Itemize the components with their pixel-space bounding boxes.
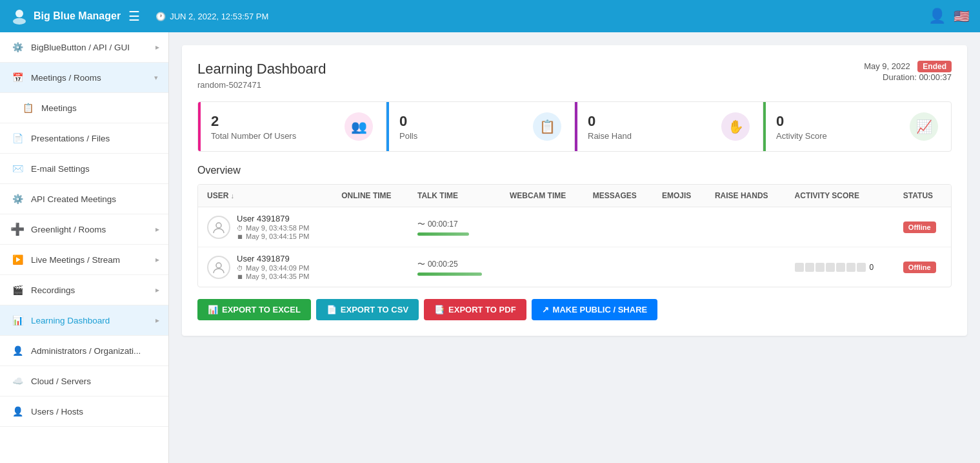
calendar-icon: 📅: [10, 70, 25, 85]
sidebar: ⚙️ BigBlueButton / API / GUI 📅 Meetings …: [0, 32, 169, 463]
sidebar-label-recordings: Recordings: [31, 285, 158, 295]
sidebar-label-api-meetings: API Created Meetings: [31, 194, 158, 204]
talk-time-2: 〜 00:00:25: [408, 247, 501, 287]
stat-polls: 0 Polls 📋: [386, 102, 575, 151]
datetime-text: JUN 2, 2022, 12:53:57 PM: [170, 12, 268, 21]
sidebar-item-presentations[interactable]: 📄 Presentations / Files: [0, 123, 168, 154]
stat-users-label: Total Number Of Users: [211, 131, 296, 141]
sidebar-label-greenlight: Greenlight / Rooms: [31, 225, 158, 234]
user-cell-1: User 4391879 ⏱ May 9, 03:43:58 PM ⏹ May …: [198, 207, 332, 247]
user-name-1: User 4391879: [237, 214, 309, 223]
hamburger-icon[interactable]: ☰: [128, 8, 140, 24]
dot: [846, 263, 855, 272]
svg-point-1: [13, 18, 26, 25]
svg-point-3: [216, 263, 221, 268]
share-icon: ↗: [542, 305, 549, 314]
email-icon: ✉️: [10, 161, 25, 176]
table-row: User 4391879 ⏱ May 9, 03:43:58 PM ⏹ May …: [198, 207, 951, 247]
sidebar-item-greenlight[interactable]: ➕ Greenlight / Rooms: [0, 214, 168, 245]
raise-hands-2: [706, 247, 786, 287]
col-user[interactable]: USER: [198, 185, 332, 207]
stat-users: 2 Total Number Of Users 👥: [198, 102, 386, 151]
polls-stat-icon: 📋: [533, 112, 561, 141]
leave-icon-2: ⏹: [237, 273, 243, 280]
svg-point-2: [216, 223, 221, 228]
admin-icon: 👤: [10, 344, 25, 358]
dot: [826, 263, 835, 272]
cloud-icon: ☁️: [10, 374, 25, 388]
user-join-1: ⏱ May 9, 03:43:58 PM: [237, 224, 309, 232]
brand-icon: [10, 7, 28, 25]
sidebar-label-meetings: Meetings: [41, 103, 158, 113]
talk-progress-1: [417, 232, 469, 236]
excel-icon: 📊: [208, 305, 218, 314]
navbar: Big Blue Manager ☰ 🕐 JUN 2, 2022, 12:53:…: [0, 0, 980, 32]
play-icon: ▶️: [10, 252, 25, 267]
stat-activity-score-number: 0: [776, 113, 827, 130]
activity-dots-2: 0: [795, 263, 885, 272]
plus-icon: ➕: [10, 222, 25, 236]
col-talk-time: TALK TIME: [408, 185, 501, 207]
svg-point-0: [15, 10, 23, 17]
table-row: User 4391879 ⏱ May 9, 03:44:09 PM ⏹ May …: [198, 247, 951, 287]
sidebar-item-email[interactable]: ✉️ E-mail Settings: [0, 154, 168, 184]
clock-icon: 🕐: [155, 12, 166, 21]
raise-hand-stat-icon: ✋: [721, 112, 750, 141]
sidebar-item-cloud-servers[interactable]: ☁️ Cloud / Servers: [0, 366, 168, 396]
offline-badge-2: Offline: [903, 262, 936, 273]
col-messages: MESSAGES: [584, 185, 653, 207]
join-icon-1: ⏱: [237, 225, 243, 232]
make-public-share-button[interactable]: ↗ MAKE PUBLIC / SHARE: [532, 299, 658, 320]
sidebar-item-recordings[interactable]: 🎬 Recordings: [0, 275, 168, 305]
sidebar-item-bigbluebutton[interactable]: ⚙️ BigBlueButton / API / GUI: [0, 32, 168, 63]
webcam-time-1: [501, 207, 584, 247]
emojis-1: [653, 207, 706, 247]
dot: [815, 263, 825, 272]
dashboard-title: Learning Dashboard: [197, 61, 326, 77]
messages-1: [584, 207, 653, 247]
overview-title: Overview: [197, 165, 952, 176]
activity-score-1: [786, 207, 894, 247]
user-cell-2: User 4391879 ⏱ May 9, 03:44:09 PM ⏹ May …: [198, 247, 332, 287]
flag-icon[interactable]: 🇺🇸: [954, 8, 970, 24]
stat-users-number: 2: [211, 113, 296, 130]
export-pdf-button[interactable]: 📑 EXPORT TO PDF: [424, 299, 526, 320]
talk-time-1: 〜 00:00:17: [408, 207, 501, 247]
wave-icon-1: 〜: [417, 219, 425, 230]
sidebar-item-live-meetings[interactable]: ▶️ Live Meetings / Stream: [0, 245, 168, 275]
user-icon[interactable]: 👤: [928, 8, 946, 25]
stat-activity-score-label: Activity Score: [776, 131, 827, 141]
dashboard-date: May 9, 2022: [864, 61, 910, 71]
stat-raise-hand-number: 0: [588, 113, 632, 130]
duration-value: 00:00:37: [919, 72, 952, 82]
stat-polls-label: Polls: [399, 131, 417, 141]
sidebar-item-api-meetings[interactable]: ⚙️ API Created Meetings: [0, 184, 168, 214]
sidebar-label-meetings-rooms: Meetings / Rooms: [31, 73, 154, 83]
sidebar-item-meetings-rooms[interactable]: 📅 Meetings / Rooms ▾: [0, 63, 168, 93]
sidebar-label-learning-dashboard: Learning Dashboard: [31, 316, 158, 325]
sidebar-item-meetings[interactable]: 📋 Meetings: [0, 93, 168, 123]
export-excel-button[interactable]: 📊 EXPORT TO EXCEL: [197, 299, 311, 320]
dot: [805, 263, 814, 272]
sidebar-label-administrators: Administrators / Organizati...: [31, 346, 158, 356]
dot: [836, 263, 845, 272]
sidebar-item-learning-dashboard[interactable]: 📊 Learning Dashboard: [0, 305, 168, 336]
raise-hands-1: [706, 207, 786, 247]
activity-score-2: 0: [786, 247, 894, 287]
sidebar-item-users-hosts[interactable]: 👤 Users / Hosts: [0, 396, 168, 427]
duration-label: Duration:: [883, 72, 917, 82]
dashboard-header: Learning Dashboard random-5027471 May 9,…: [197, 61, 952, 90]
col-online-time: ONLINE TIME: [332, 185, 408, 207]
offline-badge-1: Offline: [903, 221, 936, 233]
sidebar-label-email: E-mail Settings: [31, 164, 158, 174]
record-icon: 🎬: [10, 283, 25, 297]
status-1: Offline: [894, 207, 951, 247]
export-csv-button[interactable]: 📄 EXPORT TO CSV: [316, 299, 419, 320]
sidebar-item-administrators[interactable]: 👤 Administrators / Organizati...: [0, 336, 168, 366]
wave-icon-2: 〜: [417, 259, 425, 270]
sidebar-label-cloud-servers: Cloud / Servers: [31, 376, 158, 386]
datetime-display: 🕐 JUN 2, 2022, 12:53:57 PM: [155, 12, 268, 21]
api-icon: ⚙️: [10, 192, 25, 206]
stats-row: 2 Total Number Of Users 👥 0 Polls 📋 0 Ra…: [197, 101, 952, 152]
file-icon: 📄: [10, 131, 25, 145]
